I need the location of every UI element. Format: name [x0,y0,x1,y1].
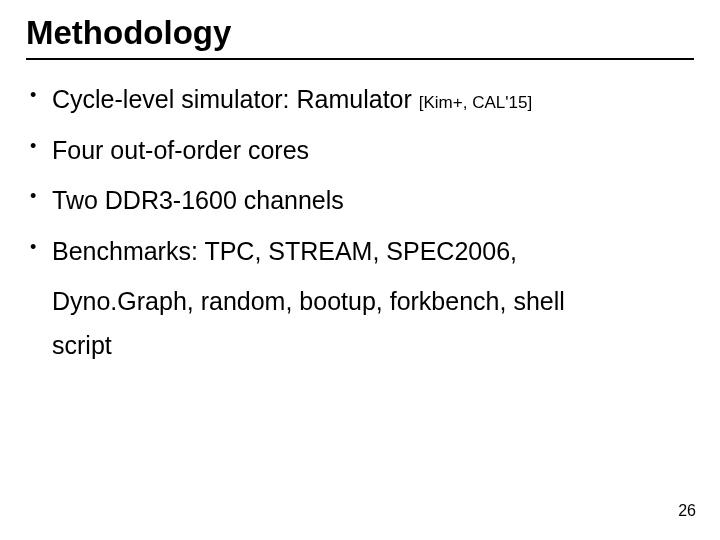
bullet-text: Benchmarks: TPC, STREAM, SPEC2006, [52,237,517,265]
slide: Methodology Cycle-level simulator: Ramul… [0,0,720,540]
bullet-item: Four out-of-order cores [26,129,694,172]
bullet-text: Two DDR3-1600 channels [52,186,344,214]
bullet-item: Two DDR3-1600 channels [26,179,694,222]
bullet-list: Cycle-level simulator: Ramulator [Kim+, … [26,78,694,272]
bullet-text: Four out-of-order cores [52,136,309,164]
bullet-continuation: Dyno.Graph, random, bootup, forkbench, s… [26,280,694,324]
slide-title: Methodology [26,14,694,52]
bullet-continuation: script [26,324,694,368]
title-underline [26,58,694,60]
bullet-text: Cycle-level simulator: Ramulator [52,85,419,113]
citation: [Kim+, CAL'15] [419,93,532,112]
bullet-item: Benchmarks: TPC, STREAM, SPEC2006, [26,230,694,273]
page-number: 26 [678,502,696,520]
bullet-item: Cycle-level simulator: Ramulator [Kim+, … [26,78,694,121]
